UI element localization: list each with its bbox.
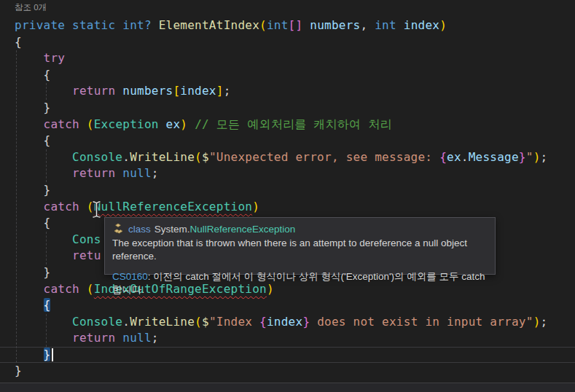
code-token: index (267, 315, 302, 329)
code-line[interactable]: } (0, 363, 575, 380)
code-token: { (439, 150, 447, 164)
code-token: retu (72, 248, 101, 262)
hover-tooltip: class System.NullReferenceException The … (104, 217, 496, 275)
code-token (15, 117, 44, 131)
code-line[interactable]: try (0, 50, 575, 67)
code-token: numbers (310, 18, 360, 32)
code-line[interactable]: return null; (0, 165, 575, 182)
text-caret (52, 348, 53, 361)
code-line[interactable]: { (0, 67, 575, 84)
code-line[interactable]: } (0, 182, 575, 199)
code-token: ( (87, 282, 94, 296)
code-line[interactable]: catch (NullReferenceException) (0, 199, 575, 216)
code-line[interactable]: private static int? ElementAtIndex(int[]… (0, 17, 575, 34)
code-token: try (44, 51, 66, 65)
code-line[interactable]: Console.WriteLine($"Unexpected error, se… (0, 149, 575, 166)
code-token: } (519, 150, 526, 164)
code-token: does not exist in input array" (310, 315, 533, 329)
code-token: { (259, 315, 267, 329)
code-token: ; (224, 84, 231, 98)
code-token: ; (152, 331, 159, 345)
code-token: } (15, 364, 22, 377)
code-token (15, 51, 44, 65)
code-token: int (375, 18, 396, 32)
code-line[interactable]: { (0, 34, 575, 51)
code-token: Message (469, 150, 519, 164)
code-token: ) (439, 18, 447, 32)
code-token: Exception (94, 117, 159, 131)
code-token (79, 200, 87, 213)
code-line[interactable]: return numbers[index]; (0, 83, 575, 100)
code-token: ; (541, 150, 548, 164)
code-token: ( (87, 117, 94, 131)
code-token (115, 166, 122, 180)
code-token (115, 18, 122, 32)
code-token: ( (195, 315, 202, 329)
diagnostic-code-link[interactable]: CS0160 (112, 271, 148, 282)
code-token: Console (72, 315, 122, 329)
code-token: ) (533, 150, 541, 164)
code-token: { (44, 298, 51, 312)
code-token: catch (44, 282, 79, 296)
code-token (15, 282, 44, 296)
code-token (396, 18, 404, 32)
code-line[interactable]: } (0, 100, 575, 117)
code-token (15, 315, 72, 329)
code-token: ex (166, 117, 181, 131)
code-token (115, 331, 122, 345)
indent-guide (46, 149, 47, 182)
codelens-line[interactable]: 참조 0개 (0, 0, 575, 17)
code-lines[interactable]: 참조 0개private static int? ElementAtIndex(… (0, 0, 575, 380)
code-token: catch (44, 117, 79, 131)
indent-guide (46, 83, 47, 100)
code-token: ; (152, 166, 159, 180)
code-token: NullReferenceException (94, 200, 252, 213)
code-token: null (122, 166, 152, 180)
code-token: ex (447, 150, 461, 164)
code-token: $ (202, 150, 209, 164)
code-token (15, 150, 72, 164)
code-token: [ (173, 84, 180, 98)
code-token (79, 282, 87, 296)
code-line[interactable]: Console.WriteLine($"Index {index} does n… (0, 314, 575, 331)
indent-guide (46, 232, 47, 264)
code-token: Cons (72, 232, 101, 246)
code-token (115, 84, 122, 98)
tooltip-kind-keyword: class (128, 224, 151, 235)
code-token (187, 117, 195, 131)
tooltip-description: The exception that is thrown when there … (112, 237, 488, 263)
code-token: "Unexpected error, see message: (209, 150, 439, 164)
tooltip-type-name: NullReferenceException (190, 224, 296, 235)
code-line[interactable]: } (0, 347, 575, 364)
code-token: ( (195, 150, 202, 164)
code-token: ) (252, 200, 259, 213)
indent-guide (46, 314, 47, 347)
code-line[interactable]: catch (Exception ex) // 모든 예외처리를 캐치하여 처리 (0, 117, 575, 133)
tooltip-namespace: System. (154, 224, 190, 235)
tooltip-header: class System.NullReferenceException (112, 222, 488, 235)
indent-guide (16, 50, 17, 363)
code-token: { (15, 35, 22, 49)
code-line[interactable]: { (0, 133, 575, 149)
code-token: $ (202, 315, 209, 329)
code-token: " (526, 150, 533, 164)
code-token (65, 18, 72, 32)
code-token: return (72, 331, 115, 345)
ibeam-mouse-cursor (92, 200, 101, 222)
code-token (159, 117, 166, 131)
code-token: . (461, 150, 469, 164)
code-line[interactable]: { (0, 297, 575, 314)
codelens-references-label[interactable]: 참조 0개 (15, 3, 47, 12)
code-token: ( (259, 18, 267, 32)
code-line[interactable]: return null; (0, 330, 575, 347)
code-token (302, 18, 310, 32)
tooltip-type-fullname: System.NullReferenceException (154, 224, 296, 235)
code-editor[interactable]: 참조 0개private static int? ElementAtIndex(… (0, 0, 575, 392)
code-token: , (360, 18, 375, 32)
code-token: } (15, 265, 50, 279)
code-token: numbers (122, 84, 173, 98)
code-token: . (122, 315, 130, 329)
code-token (15, 331, 72, 345)
code-token: int? (122, 18, 152, 32)
code-token: null (122, 331, 152, 345)
